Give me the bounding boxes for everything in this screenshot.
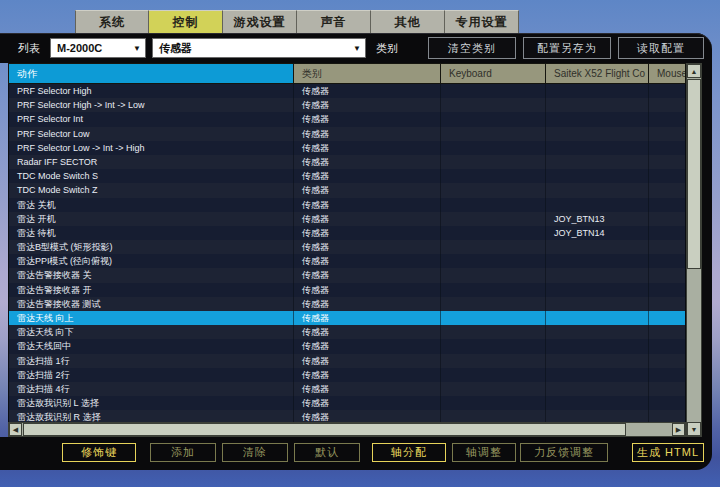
cell-category: 传感器 (294, 339, 441, 353)
cell-keyboard (441, 183, 546, 197)
column-header[interactable]: 类别 (294, 64, 441, 83)
table-row[interactable]: 雷达 待机 传感器 JOY_BTN14 (9, 226, 685, 240)
cell-joystick (546, 198, 649, 212)
cell-keyboard (441, 155, 546, 169)
cell-joystick (546, 240, 649, 254)
cell-keyboard (441, 368, 546, 382)
cell-category: 传感器 (294, 368, 441, 382)
table-row[interactable]: Radar IFF SECTOR 传感器 (9, 155, 685, 169)
table-row[interactable]: 雷达敌我识别 L 选择 传感器 (9, 396, 685, 410)
footer-button[interactable]: 默认 (294, 443, 360, 462)
tab-控制[interactable]: 控制 (149, 10, 223, 33)
table-row[interactable]: PRF Selector Low -> Int -> High 传感器 (9, 141, 685, 155)
table-row[interactable]: 雷达 关机 传感器 (9, 198, 685, 212)
scroll-up-icon[interactable]: ▲ (687, 64, 701, 78)
table-row[interactable]: PRF Selector High -> Int -> Low 传感器 (9, 98, 685, 112)
cell-action: 雷达扫描 4行 (9, 382, 294, 396)
table-row[interactable]: 雷达 开机 传感器 JOY_BTN13 (9, 212, 685, 226)
vertical-scrollbar-thumb[interactable] (687, 79, 701, 269)
scroll-down-icon[interactable]: ▼ (687, 422, 701, 436)
cell-action: 雷达敌我识别 L 选择 (9, 396, 294, 410)
table-row[interactable]: 雷达扫描 2行 传感器 (9, 368, 685, 382)
footer-button[interactable]: 轴分配 (372, 443, 446, 462)
aircraft-dropdown[interactable]: M-2000C ▼ (50, 38, 146, 58)
cell-joystick (546, 368, 649, 382)
column-header[interactable]: Mouse (649, 64, 685, 83)
table-row[interactable]: 雷达告警接收器 开 传感器 (9, 283, 685, 297)
vertical-scrollbar[interactable]: ▲ ▼ (686, 63, 702, 437)
cell-category: 传感器 (294, 240, 441, 254)
cell-joystick: JOY_BTN14 (546, 226, 649, 240)
table-row[interactable]: PRF Selector High 传感器 (9, 84, 685, 98)
table-row[interactable]: PRF Selector Int 传感器 (9, 112, 685, 126)
table-row[interactable]: 雷达告警接收器 关 传感器 (9, 268, 685, 282)
toolbar-button[interactable]: 读取配置 (618, 37, 704, 59)
cell-mouse (649, 354, 685, 368)
column-header[interactable]: Keyboard (441, 64, 546, 83)
cell-joystick (546, 98, 649, 112)
cell-mouse (649, 240, 685, 254)
footer-button[interactable]: 修饰键 (62, 443, 136, 462)
cell-keyboard (441, 283, 546, 297)
footer-button[interactable]: 轴调整 (452, 443, 516, 462)
cell-category: 传感器 (294, 112, 441, 126)
table-row[interactable]: 雷达敌我识别 R 选择 传感器 (9, 410, 685, 422)
tab-游戏设置[interactable]: 游戏设置 (223, 10, 297, 33)
scroll-right-icon[interactable]: ▶ (672, 423, 685, 436)
table-row[interactable]: 雷达扫描 1行 传感器 (9, 354, 685, 368)
cell-keyboard (441, 141, 546, 155)
tab-系统[interactable]: 系统 (75, 10, 149, 33)
cell-mouse (649, 212, 685, 226)
cell-action: 雷达 开机 (9, 212, 294, 226)
cell-mouse (649, 183, 685, 197)
cell-category: 传感器 (294, 382, 441, 396)
table-row[interactable]: 雷达告警接收器 测试 传感器 (9, 297, 685, 311)
footer-button[interactable]: 力反馈调整 (520, 443, 608, 462)
column-header[interactable]: Saitek X52 Flight Co (546, 64, 649, 83)
column-header[interactable]: 动作 (9, 64, 294, 83)
cell-joystick (546, 84, 649, 98)
cell-joystick (546, 183, 649, 197)
cell-category: 传感器 (294, 155, 441, 169)
tab-label: 游戏设置 (234, 14, 286, 31)
left-margin (0, 63, 8, 437)
table-row[interactable]: PRF Selector Low 传感器 (9, 127, 685, 141)
tab-声音[interactable]: 声音 (297, 10, 371, 33)
category-dropdown[interactable]: 传感器 ▼ (152, 38, 366, 58)
footer-button[interactable]: 生成 HTML (632, 443, 704, 462)
footer-button-bar: 修饰键添加清除默认轴分配轴调整力反馈调整生成 HTML (0, 437, 712, 470)
cell-mouse (649, 396, 685, 410)
table-row[interactable]: TDC Mode Switch S 传感器 (9, 169, 685, 183)
cell-mouse (649, 254, 685, 268)
cell-mouse (649, 169, 685, 183)
tab-label: 其他 (395, 14, 421, 31)
footer-button[interactable]: 添加 (150, 443, 216, 462)
cell-action: Radar IFF SECTOR (9, 155, 294, 169)
table-row[interactable]: 雷达B型模式 (矩形投影) 传感器 (9, 240, 685, 254)
cell-action: TDC Mode Switch Z (9, 183, 294, 197)
cell-joystick (546, 325, 649, 339)
table-row[interactable]: 雷达天线 向上 传感器 (9, 311, 685, 325)
tab-label: 控制 (173, 14, 199, 31)
cell-joystick (546, 112, 649, 126)
horizontal-scrollbar[interactable]: ◀ ▶ (8, 422, 686, 437)
toolbar-button[interactable]: 清空类别 (428, 37, 516, 59)
cell-mouse (649, 325, 685, 339)
table-row[interactable]: 雷达天线 向下 传感器 (9, 325, 685, 339)
table-row[interactable]: 雷达天线回中 传感器 (9, 339, 685, 353)
table-row[interactable]: 雷达PPI模式 (径向俯视) 传感器 (9, 254, 685, 268)
tab-专用设置[interactable]: 专用设置 (445, 10, 519, 33)
cell-action: 雷达 待机 (9, 226, 294, 240)
horizontal-scrollbar-thumb[interactable] (23, 423, 626, 436)
cell-mouse (649, 155, 685, 169)
cell-keyboard (441, 382, 546, 396)
footer-button[interactable]: 清除 (222, 443, 288, 462)
cell-action: 雷达告警接收器 开 (9, 283, 294, 297)
toolbar-button[interactable]: 配置另存为 (523, 37, 611, 59)
cell-joystick (546, 169, 649, 183)
table-row[interactable]: TDC Mode Switch Z 传感器 (9, 183, 685, 197)
scroll-left-icon[interactable]: ◀ (9, 423, 22, 436)
cell-joystick (546, 155, 649, 169)
table-row[interactable]: 雷达扫描 4行 传感器 (9, 382, 685, 396)
tab-其他[interactable]: 其他 (371, 10, 445, 33)
